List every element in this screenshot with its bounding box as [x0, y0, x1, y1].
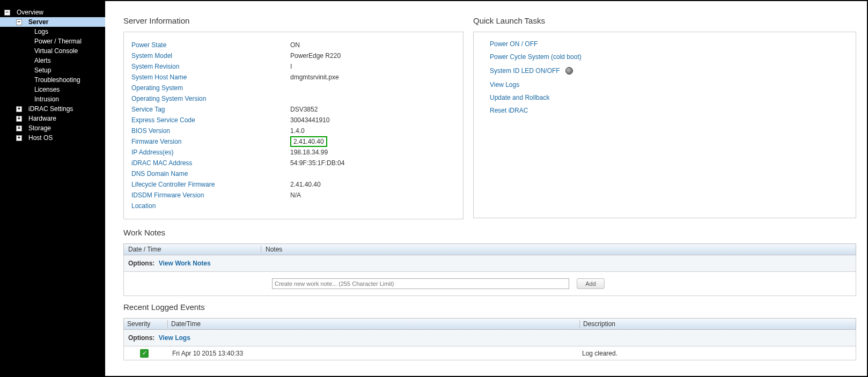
- work-notes-title: Work Notes: [123, 228, 856, 237]
- nav-server[interactable]: − Server: [0, 17, 105, 27]
- system-revision-value: I: [290, 63, 292, 70]
- os-version-label[interactable]: Operating System Version: [131, 95, 290, 102]
- nav-idrac-settings[interactable]: + iDRAC Settings: [0, 104, 105, 114]
- server-info-title: Server Information: [123, 16, 464, 25]
- system-model-label[interactable]: System Model: [131, 52, 290, 60]
- expand-icon[interactable]: +: [16, 106, 22, 112]
- work-notes-input-row: Add: [123, 272, 856, 296]
- event-description: Log cleared.: [579, 350, 617, 357]
- nav-virtual-console[interactable]: Virtual Console: [0, 46, 105, 56]
- main-content: Server Information Power StateON System …: [105, 0, 868, 377]
- view-logs-link[interactable]: View Logs: [159, 334, 190, 342]
- service-tag-label[interactable]: Service Tag: [131, 106, 290, 113]
- collapse-icon[interactable]: −: [4, 10, 10, 16]
- reset-idrac-link[interactable]: Reset iDRAC: [490, 107, 528, 114]
- work-note-input[interactable]: [272, 278, 569, 289]
- nav-setup[interactable]: Setup: [0, 65, 105, 75]
- system-revision-label[interactable]: System Revision: [131, 63, 290, 70]
- expand-icon[interactable]: +: [16, 125, 22, 131]
- work-notes-header: Date / Time Notes: [123, 243, 856, 255]
- dns-domain-label[interactable]: DNS Domain Name: [131, 170, 290, 178]
- nav-storage[interactable]: + Storage: [0, 123, 105, 133]
- options-label: Options:: [128, 334, 155, 342]
- view-work-notes-link[interactable]: View Work Notes: [159, 260, 211, 267]
- bios-version-value: 1.4.0: [290, 127, 305, 135]
- event-datetime: Fri Apr 10 2015 13:40:33: [167, 350, 579, 357]
- events-options: Options: View Logs: [123, 330, 856, 346]
- idsdm-firmware-label[interactable]: IDSDM Firmware Version: [131, 191, 290, 199]
- nav-logs[interactable]: Logs: [0, 27, 105, 36]
- nav-power-thermal[interactable]: Power / Thermal: [0, 36, 105, 46]
- idsdm-firmware-value: N/A: [290, 191, 301, 199]
- express-code-value: 30043441910: [290, 116, 329, 124]
- bios-version-label[interactable]: BIOS Version: [131, 127, 290, 135]
- firmware-version-label[interactable]: Firmware Version: [131, 138, 290, 145]
- recent-events-title: Recent Logged Events: [123, 302, 856, 312]
- location-label[interactable]: Location: [131, 202, 290, 210]
- nav-overview[interactable]: − Overview: [0, 8, 105, 17]
- events-col-description: Description: [580, 320, 615, 328]
- lifecycle-firmware-value: 2.41.40.40: [290, 181, 321, 188]
- events-header: Severity Date/Time Description: [123, 318, 856, 330]
- collapse-icon[interactable]: −: [16, 19, 22, 25]
- power-cycle-link[interactable]: Power Cycle System (cold boot): [490, 53, 582, 61]
- nav-alerts[interactable]: Alerts: [0, 56, 105, 65]
- add-button[interactable]: Add: [577, 278, 605, 289]
- work-notes-col-datetime: Date / Time: [124, 246, 261, 253]
- server-info-box: Power StateON System ModelPowerEdge R220…: [123, 32, 464, 219]
- ok-status-icon: ✓: [140, 349, 149, 358]
- options-label: Options:: [128, 260, 155, 267]
- update-rollback-link[interactable]: Update and Rollback: [490, 94, 549, 101]
- system-model-value: PowerEdge R220: [290, 52, 341, 60]
- nav-licenses[interactable]: Licenses: [0, 85, 105, 94]
- sidebar-nav: − Overview − Server Logs Power / Thermal…: [0, 0, 105, 377]
- quick-launch-title: Quick Launch Tasks: [473, 16, 856, 25]
- event-row: ✓ Fri Apr 10 2015 13:40:33 Log cleared.: [123, 346, 856, 360]
- service-tag-value: DSV3852: [290, 106, 318, 113]
- nav-intrusion[interactable]: Intrusion: [0, 94, 105, 104]
- system-id-led-link[interactable]: System ID LED ON/OFF: [490, 67, 560, 75]
- power-state-value: ON: [290, 41, 300, 49]
- ip-address-label[interactable]: IP Address(es): [131, 149, 290, 156]
- expand-icon[interactable]: +: [16, 116, 22, 122]
- work-notes-options: Options: View Work Notes: [123, 255, 856, 272]
- mac-address-value: 54:9F:35:1F:DB:04: [290, 159, 344, 167]
- quick-launch-box: Power ON / OFF Power Cycle System (cold …: [473, 32, 856, 218]
- work-notes-col-notes: Notes: [261, 246, 282, 253]
- power-state-label[interactable]: Power State: [131, 41, 290, 49]
- power-onoff-link[interactable]: Power ON / OFF: [490, 40, 538, 48]
- expand-icon[interactable]: +: [16, 135, 22, 141]
- view-logs-link[interactable]: View Logs: [490, 81, 519, 88]
- host-name-label[interactable]: System Host Name: [131, 73, 290, 81]
- nav-hardware[interactable]: + Hardware: [0, 114, 105, 123]
- express-code-label[interactable]: Express Service Code: [131, 116, 290, 124]
- nav-troubleshooting[interactable]: Troubleshooting: [0, 75, 105, 85]
- mac-address-label[interactable]: iDRAC MAC Address: [131, 159, 290, 167]
- events-col-severity: Severity: [124, 320, 168, 328]
- ip-address-value: 198.18.34.99: [290, 149, 328, 156]
- host-name-value: dmgmtsrvinit.pxe: [290, 73, 339, 81]
- lifecycle-firmware-label[interactable]: Lifecycle Controller Firmware: [131, 181, 290, 188]
- led-indicator-icon: [565, 67, 573, 75]
- firmware-version-value: 2.41.40.40: [290, 136, 327, 147]
- nav-host-os[interactable]: + Host OS: [0, 133, 105, 143]
- os-label[interactable]: Operating System: [131, 84, 290, 92]
- events-col-datetime: Date/Time: [168, 320, 580, 328]
